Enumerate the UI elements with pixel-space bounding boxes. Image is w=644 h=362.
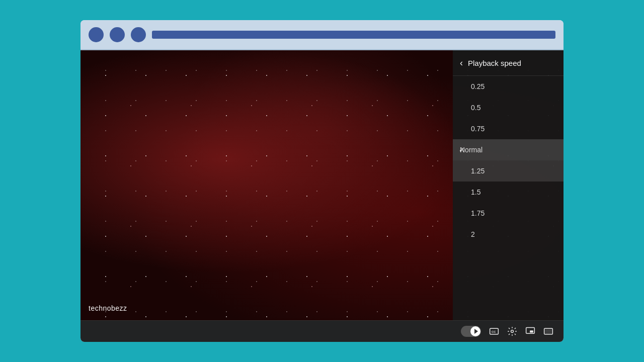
speed-option-2[interactable]: 2 — [453, 224, 564, 245]
speed-value-175: 1.75 — [471, 209, 485, 217]
speed-value-125: 1.25 — [471, 167, 485, 175]
miniplayer-button[interactable] — [525, 326, 535, 336]
play-toggle-thumb — [470, 326, 480, 336]
captions-button[interactable]: CC — [489, 326, 499, 336]
svg-text:CC: CC — [492, 330, 496, 333]
speed-value-2: 2 — [471, 230, 475, 238]
brand-logo: technobezz — [89, 304, 127, 312]
speed-options-list: 0.25 0.5 0.75 ✓ Normal 1.25 — [453, 76, 564, 320]
speed-value-025: 0.25 — [471, 82, 485, 90]
brand-name: technobezz — [89, 304, 127, 312]
back-arrow-icon: ‹ — [460, 58, 463, 67]
browser-content: ‹ Playback speed 0.25 0.5 0.75 ✓ — [80, 50, 564, 342]
speed-option-175[interactable]: 1.75 — [453, 203, 564, 224]
speed-option-normal[interactable]: ✓ Normal — [453, 139, 564, 160]
playback-speed-title: Playback speed — [468, 59, 521, 67]
speed-value-15: 1.5 — [471, 188, 480, 196]
settings-back-header[interactable]: ‹ Playback speed — [453, 50, 564, 76]
svg-point-2 — [511, 330, 514, 333]
browser-dot-1[interactable] — [89, 27, 104, 42]
browser-dot-3[interactable] — [131, 27, 146, 42]
browser-dot-2[interactable] — [110, 27, 125, 42]
miniplayer-icon — [525, 326, 535, 336]
browser-window: ‹ Playback speed 0.25 0.5 0.75 ✓ — [80, 20, 564, 342]
playback-speed-panel: ‹ Playback speed 0.25 0.5 0.75 ✓ — [453, 50, 564, 320]
svg-rect-4 — [530, 330, 533, 332]
theater-icon — [543, 326, 553, 336]
browser-address-bar[interactable] — [152, 31, 555, 39]
play-icon — [474, 329, 478, 334]
cc-icon: CC — [489, 326, 499, 336]
gear-icon — [507, 326, 517, 336]
checkmark-icon: ✓ — [459, 146, 465, 154]
speed-option-15[interactable]: 1.5 — [453, 182, 564, 203]
svg-rect-6 — [545, 329, 551, 333]
speed-option-025[interactable]: 0.25 — [453, 76, 564, 97]
speed-value-05: 0.5 — [471, 104, 480, 112]
play-toggle-button[interactable] — [461, 326, 481, 337]
browser-toolbar — [80, 20, 564, 50]
speed-option-075[interactable]: 0.75 — [453, 118, 564, 139]
settings-button[interactable] — [507, 326, 517, 336]
video-controls-bar: CC — [80, 320, 564, 342]
theater-mode-button[interactable] — [543, 326, 553, 336]
video-player[interactable]: ‹ Playback speed 0.25 0.5 0.75 ✓ — [80, 50, 564, 320]
speed-option-05[interactable]: 0.5 — [453, 97, 564, 118]
speed-value-075: 0.75 — [471, 125, 485, 133]
speed-option-125[interactable]: 1.25 — [453, 160, 564, 182]
